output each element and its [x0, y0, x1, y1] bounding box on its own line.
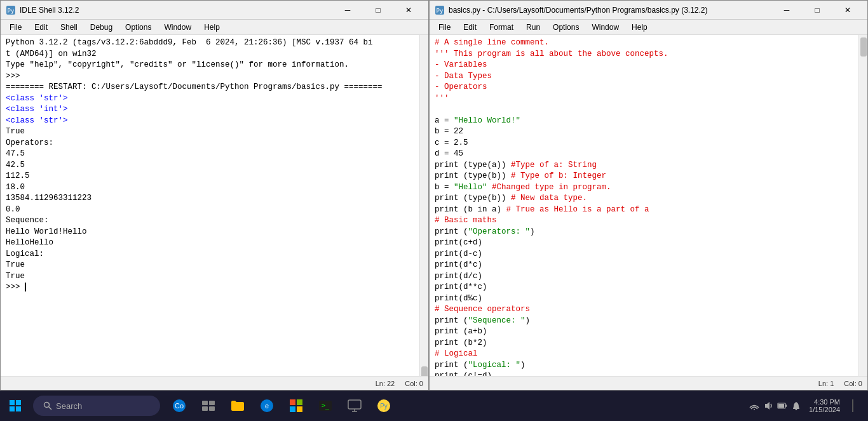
taskbar-pinned-apps: Co e [165, 392, 398, 420]
shell-status-bar: Ln: 22 Col: 0 [1, 376, 428, 390]
editor-maximize-button[interactable]: □ [803, 1, 832, 20]
svg-text:Py: Py [380, 403, 388, 410]
editor-scrollbar[interactable] [858, 35, 867, 376]
editor-minimize-button[interactable]: ─ [772, 1, 801, 20]
shell-window-controls: ─ □ ✕ [333, 1, 423, 20]
editor-close-button[interactable]: ✕ [833, 1, 862, 20]
svg-rect-32 [778, 404, 784, 408]
svg-point-8 [44, 403, 50, 408]
editor-window-controls: ─ □ ✕ [772, 1, 862, 20]
shell-scrollbar-thumb[interactable] [421, 366, 428, 376]
editor-title: basics.py - C:/Users/Laysoft/Documents/P… [449, 6, 772, 15]
svg-rect-18 [290, 399, 295, 405]
taskbar-taskview-icon[interactable] [194, 392, 222, 420]
clock-date: 1/15/2024 [809, 406, 840, 413]
svg-text:e: e [265, 402, 269, 410]
svg-text:Py: Py [437, 8, 444, 14]
shell-minimize-button[interactable]: ─ [333, 1, 362, 20]
editor-code[interactable]: # A single line comment. ''' This progra… [430, 35, 858, 376]
taskbar-copilot-icon[interactable]: Co [165, 392, 193, 420]
taskbar-display-icon[interactable] [341, 392, 369, 420]
svg-rect-12 [202, 401, 208, 405]
taskbar: Search Co [0, 391, 868, 421]
shell-menu-edit[interactable]: Edit [28, 20, 54, 34]
svg-rect-7 [16, 406, 21, 411]
search-placeholder: Search [56, 401, 82, 411]
svg-text:Co: Co [175, 402, 184, 410]
editor-content-area: # A single line comment. ''' This progra… [430, 35, 867, 376]
svg-rect-21 [297, 406, 302, 412]
shell-menu-bar: File Edit Shell Debug Options Window Hel… [1, 20, 428, 35]
svg-rect-14 [202, 406, 208, 411]
svg-rect-4 [10, 400, 15, 405]
taskbar-terminal-icon[interactable]: >_ [311, 392, 339, 420]
shell-col: Col: 0 [405, 380, 423, 387]
taskbar-search-box[interactable]: Search [33, 396, 160, 416]
editor-scrollbar-thumb[interactable] [860, 37, 867, 57]
taskbar-edge-icon[interactable]: e [253, 392, 281, 420]
svg-line-9 [49, 407, 52, 410]
shell-menu-file[interactable]: File [3, 20, 28, 34]
taskbar-explorer-icon[interactable] [224, 392, 252, 420]
shell-scrollbar[interactable] [419, 35, 428, 376]
idle-shell-window: Py IDLE Shell 3.12.2 ─ □ ✕ File Edit She… [0, 0, 429, 391]
svg-rect-15 [209, 406, 215, 411]
shell-close-button[interactable]: ✕ [394, 1, 423, 20]
svg-point-29 [754, 409, 755, 410]
svg-text:>_: >_ [322, 402, 330, 410]
shell-output[interactable]: Python 3.12.2 (tags/v3.12.2:6abddd9, Feb… [1, 35, 419, 376]
svg-rect-19 [297, 399, 302, 405]
idle-editor-window: Py basics.py - C:/Users/Laysoft/Document… [429, 0, 868, 391]
editor-status-bar: Ln: 1 Col: 0 [430, 376, 867, 390]
svg-rect-24 [348, 400, 361, 409]
editor-menu-format[interactable]: Format [483, 20, 520, 34]
shell-title-bar: Py IDLE Shell 3.12.2 ─ □ ✕ [1, 1, 428, 20]
system-tray-icons [744, 401, 806, 411]
shell-menu-window[interactable]: Window [158, 20, 198, 34]
editor-menu-bar: File Edit Format Run Options Window Help [430, 20, 867, 35]
shell-title: IDLE Shell 3.12.2 [20, 6, 333, 15]
clock: 4:30 PM 1/15/2024 [809, 398, 840, 413]
svg-rect-5 [16, 400, 21, 405]
notification-icon [791, 401, 801, 411]
shell-menu-options[interactable]: Options [119, 20, 158, 34]
svg-rect-31 [785, 404, 787, 407]
network-icon [749, 401, 759, 411]
sound-icon [763, 401, 773, 411]
shell-maximize-button[interactable]: □ [363, 1, 393, 20]
svg-rect-13 [209, 401, 215, 405]
taskbar-store-icon[interactable] [282, 392, 310, 420]
shell-menu-shell[interactable]: Shell [54, 20, 84, 34]
start-button[interactable] [0, 391, 31, 421]
taskbar-python-icon[interactable]: Py [370, 392, 398, 420]
svg-rect-20 [290, 406, 295, 412]
battery-icon [777, 401, 787, 411]
shell-content-area: Python 3.12.2 (tags/v3.12.2:6abddd9, Feb… [1, 35, 428, 376]
shell-text-content: Python 3.12.2 (tags/v3.12.2:6abddd9, Feb… [6, 37, 414, 293]
shell-menu-help[interactable]: Help [198, 20, 226, 34]
editor-menu-help[interactable]: Help [625, 20, 654, 34]
show-desktop-button[interactable] [843, 391, 863, 421]
system-tray: 4:30 PM 1/15/2024 [744, 391, 868, 421]
editor-menu-run[interactable]: Run [520, 20, 546, 34]
editor-col: Col: 0 [844, 380, 862, 387]
clock-time: 4:30 PM [814, 398, 840, 406]
editor-menu-file[interactable]: File [432, 20, 457, 34]
shell-menu-debug[interactable]: Debug [84, 20, 119, 34]
editor-code-content: # A single line comment. ''' This progra… [435, 37, 853, 376]
svg-rect-6 [10, 406, 15, 411]
svg-rect-33 [796, 409, 797, 410]
shell-window-icon: Py [6, 5, 16, 15]
editor-ln: Ln: 1 [818, 380, 834, 387]
editor-menu-window[interactable]: Window [585, 20, 625, 34]
editor-window-icon: Py [435, 5, 445, 15]
svg-text:Py: Py [8, 8, 15, 14]
editor-title-bar: Py basics.py - C:/Users/Laysoft/Document… [430, 1, 867, 20]
editor-menu-edit[interactable]: Edit [457, 20, 483, 34]
shell-ln: Ln: 22 [376, 380, 395, 387]
editor-menu-options[interactable]: Options [546, 20, 585, 34]
